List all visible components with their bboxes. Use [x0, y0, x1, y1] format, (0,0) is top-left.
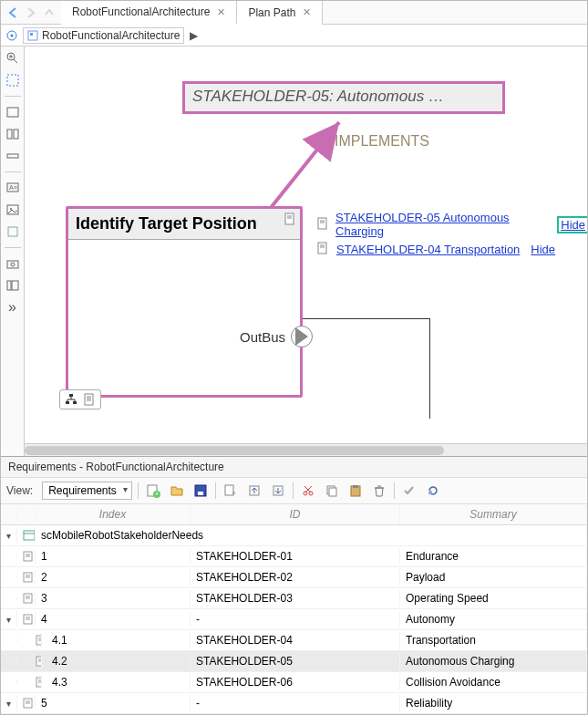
- cut-icon[interactable]: [299, 482, 317, 500]
- cell-index: 4.1: [36, 632, 191, 648]
- cell-index: 4.2: [36, 653, 191, 669]
- table-row[interactable]: 4.1STAKEHOLDER-04Transportation: [1, 630, 587, 651]
- close-icon[interactable]: ✕: [303, 6, 311, 18]
- caret-down-icon[interactable]: ▾: [6, 615, 11, 625]
- horizontal-scrollbar[interactable]: [25, 443, 587, 456]
- notes-icon[interactable]: [82, 392, 97, 407]
- table-row[interactable]: 4.2STAKEHOLDER-05Autonomous Charging: [1, 651, 587, 672]
- annotation-icon[interactable]: A≡: [5, 180, 21, 196]
- nav-forward-icon[interactable]: [23, 5, 39, 21]
- close-icon[interactable]: ✕: [217, 6, 225, 18]
- svg-rect-9: [7, 108, 18, 117]
- open-icon[interactable]: [168, 482, 186, 500]
- fit-view-icon[interactable]: [5, 72, 21, 88]
- table-row[interactable]: 1STAKEHOLDER-01Endurance: [1, 546, 587, 567]
- svg-rect-17: [8, 227, 17, 236]
- tab-bar: RobotFunctionalArchitecture ✕ Plan Path …: [1, 1, 587, 25]
- svg-rect-47: [198, 492, 203, 495]
- diagram-area[interactable]: STAKEHOLDER-05: Autonomous … IMPLEMENTS …: [25, 47, 587, 443]
- breadcrumb-label: RobotFunctionalArchitecture: [42, 29, 180, 42]
- requirement-icon: [316, 242, 331, 256]
- tab-label: Plan Path: [248, 6, 295, 19]
- svg-rect-40: [318, 243, 326, 254]
- save-icon[interactable]: [191, 482, 210, 500]
- block-mini-toolbar: [59, 389, 101, 409]
- requirement-set-row[interactable]: ▾ scMobileRobotStakeholderNeeds: [1, 525, 587, 546]
- cell-id: STAKEHOLDER-01: [191, 548, 400, 565]
- nav-back-icon[interactable]: [5, 5, 21, 21]
- table-row[interactable]: 3STAKEHOLDER-03Operating Speed: [1, 588, 587, 609]
- cell-index: 1: [36, 548, 191, 565]
- more-icon[interactable]: »: [5, 299, 21, 316]
- demote-icon[interactable]: [269, 482, 287, 500]
- col-index: Index: [36, 504, 191, 524]
- cell-index: 3: [36, 590, 191, 606]
- add-child-icon[interactable]: +: [222, 482, 240, 500]
- reqset-name: scMobileRobotStakeholderNeeds: [36, 527, 587, 544]
- table-row[interactable]: ▾4-Autonomy: [1, 609, 587, 630]
- table-row[interactable]: 2STAKEHOLDER-02Payload: [1, 567, 587, 588]
- block-title: Identify Target Position: [76, 214, 257, 233]
- col-id: ID: [191, 504, 400, 524]
- signal-wire: [303, 318, 430, 419]
- cell-summary: Transportation: [400, 632, 587, 648]
- split-icon[interactable]: [5, 126, 21, 142]
- refresh-icon[interactable]: [424, 482, 442, 500]
- requirement-link[interactable]: STAKEHOLDER-04 Transportation: [336, 243, 520, 256]
- stakeholder-note[interactable]: STAKEHOLDER-05: Autonomous …: [184, 83, 503, 112]
- requirement-link[interactable]: STAKEHOLDER-05 Autonomous Charging: [335, 211, 548, 238]
- table-row[interactable]: ▾5-Reliability: [1, 693, 587, 714]
- svg-point-1: [11, 34, 14, 36]
- requirement-links: STAKEHOLDER-05 Autonomous Charging Hide …: [316, 211, 587, 260]
- nav-up-icon[interactable]: [41, 5, 57, 21]
- view-select[interactable]: Requirements: [42, 482, 132, 500]
- zoom-in-icon[interactable]: [5, 50, 21, 67]
- collapse-icon[interactable]: [5, 148, 21, 164]
- breadcrumb-model[interactable]: RobotFunctionalArchitecture: [23, 27, 184, 44]
- tab-label: RobotFunctionalArchitecture: [72, 5, 210, 18]
- svg-rect-62: [24, 531, 35, 540]
- check-icon[interactable]: [400, 482, 418, 500]
- chevron-right-icon: ▶: [190, 29, 198, 42]
- copy-icon[interactable]: [323, 482, 341, 500]
- paste-icon[interactable]: [346, 482, 365, 500]
- stakeholder-note-text: STAKEHOLDER-05: Autonomous …: [192, 88, 444, 105]
- promote-icon[interactable]: [245, 482, 263, 500]
- caret-down-icon[interactable]: ▾: [6, 699, 11, 709]
- tab-plan-path[interactable]: Plan Path ✕: [237, 1, 323, 25]
- port-label: OutBus: [240, 329, 285, 345]
- table-row[interactable]: 4.3STAKEHOLDER-06Collision Avoidance: [1, 672, 587, 693]
- tab-robot-functional-architecture[interactable]: RobotFunctionalArchitecture ✕: [61, 1, 237, 25]
- cell-summary: Endurance: [400, 548, 587, 565]
- identify-target-position-block[interactable]: Identify Target Position OutBus: [66, 206, 303, 398]
- requirement-icon: [316, 217, 330, 232]
- hide-link[interactable]: Hide: [531, 243, 555, 256]
- caret-down-icon[interactable]: ▾: [6, 531, 11, 541]
- requirements-panel-title: Requirements - RobotFunctionalArchitectu…: [1, 457, 587, 477]
- image-icon[interactable]: [5, 202, 21, 218]
- panel-icon[interactable]: [5, 104, 21, 120]
- hide-link[interactable]: Hide: [559, 218, 587, 232]
- svg-rect-23: [285, 213, 294, 224]
- cell-id: -: [191, 611, 400, 627]
- cell-index: 5: [36, 695, 191, 711]
- svg-rect-27: [66, 401, 69, 404]
- requirement-icon: [23, 614, 29, 625]
- requirement-icon: [23, 551, 29, 562]
- camera-icon[interactable]: [5, 255, 21, 272]
- svg-rect-33: [85, 394, 93, 405]
- cell-id: STAKEHOLDER-05: [191, 653, 400, 669]
- outbus-port[interactable]: OutBus: [240, 326, 313, 347]
- svg-rect-37: [318, 218, 326, 229]
- library-icon[interactable]: [5, 277, 21, 294]
- hierarchy-icon[interactable]: [64, 392, 78, 407]
- delete-icon[interactable]: [370, 482, 388, 500]
- svg-text:+: +: [155, 491, 159, 497]
- box-icon[interactable]: [5, 223, 21, 240]
- new-req-icon[interactable]: +: [144, 482, 162, 500]
- svg-rect-18: [7, 261, 18, 268]
- cell-id: -: [191, 695, 400, 711]
- svg-rect-21: [12, 281, 18, 290]
- target-icon[interactable]: [5, 28, 19, 43]
- cell-index: 4.3: [36, 674, 191, 690]
